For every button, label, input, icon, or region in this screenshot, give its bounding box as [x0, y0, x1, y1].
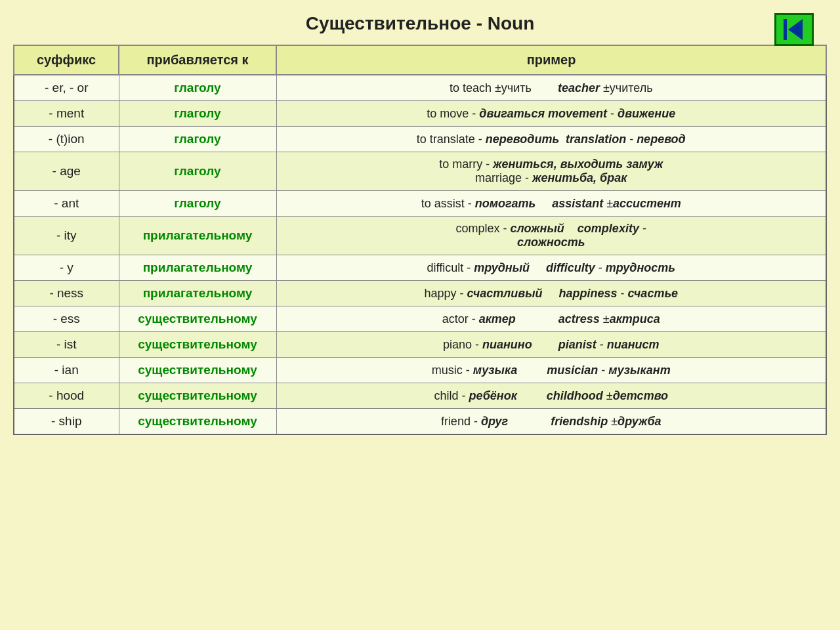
cell-suffix: - er, - or [14, 75, 119, 101]
cell-example: to move - двигаться movement - движение [276, 101, 826, 127]
cell-example: actor - актер actress ±актриса [276, 306, 826, 332]
cell-suffix: - ity [14, 217, 119, 255]
cell-suffix: - ness [14, 281, 119, 306]
cell-added-to: существительному [119, 306, 276, 332]
cell-suffix: - ess [14, 306, 119, 332]
table-header: суффикс прибавляется к пример [14, 45, 826, 75]
col-header-example: пример [276, 45, 826, 75]
header-row: суффикс прибавляется к пример [14, 45, 826, 75]
cell-suffix: - ian [14, 358, 119, 383]
cell-added-to: глаголу [119, 127, 276, 152]
table-body: - er, - orглаголуto teach ±учить teacher… [14, 75, 826, 434]
cell-added-to: существительному [119, 409, 276, 435]
cell-added-to: прилагательному [119, 255, 276, 281]
cell-example: difficult - трудный difficulty - труднос… [276, 255, 826, 281]
cell-example: complex - сложный complexity -сложность [276, 217, 826, 255]
cell-example: friend - друг friendship ±дружба [276, 409, 826, 435]
table-row: - ityприлагательномуcomplex - сложный co… [14, 217, 826, 255]
cell-added-to: глаголу [119, 75, 276, 101]
cell-added-to: глаголу [119, 191, 276, 217]
table-row: - er, - orглаголуto teach ±учить teacher… [14, 75, 826, 101]
table-row: - yприлагательномуdifficult - трудный di… [14, 255, 826, 281]
nav-arrow-icon [788, 19, 803, 40]
cell-example: piano - пианино pianist - пианист [276, 332, 826, 358]
cell-example: child - ребёнок childhood ±детство [276, 383, 826, 409]
page-title: Существительное - Noun [306, 13, 535, 34]
cell-added-to: существительному [119, 358, 276, 383]
cell-suffix: - y [14, 255, 119, 281]
table-row: - ianсуществительномуmusic - музыка musi… [14, 358, 826, 383]
cell-added-to: прилагательному [119, 281, 276, 306]
nav-bar-icon [784, 19, 787, 40]
col-header-suffix: суффикс [14, 45, 119, 75]
cell-example: music - музыка musician - музыкант [276, 358, 826, 383]
cell-added-to: существительному [119, 383, 276, 409]
cell-added-to: глаголу [119, 152, 276, 191]
cell-added-to: существительному [119, 332, 276, 358]
table-row: - mentглаголуto move - двигаться movemen… [14, 101, 826, 127]
cell-suffix: - hood [14, 383, 119, 409]
table-row: - essсуществительномуactor - актер actre… [14, 306, 826, 332]
header: Существительное - Noun [13, 13, 827, 34]
cell-example: to assist - помогать assistant ±ассистен… [276, 191, 826, 217]
cell-example: to translate - переводить translation - … [276, 127, 826, 152]
cell-suffix: - ment [14, 101, 119, 127]
cell-suffix: - ship [14, 409, 119, 435]
cell-example: to teach ±учить teacher ±учитель [276, 75, 826, 101]
cell-suffix: - ist [14, 332, 119, 358]
cell-suffix: - ant [14, 191, 119, 217]
cell-suffix: - (t)ion [14, 127, 119, 152]
cell-example: to marry - жениться, выходить замужmarri… [276, 152, 826, 191]
nav-back-button[interactable] [774, 13, 814, 46]
noun-suffixes-table: суффикс прибавляется к пример - er, - or… [13, 45, 827, 435]
table-row: - ageглаголуto marry - жениться, выходит… [14, 152, 826, 191]
table-row: - (t)ionглаголуto translate - переводить… [14, 127, 826, 152]
table-row: - shipсуществительномуfriend - друг frie… [14, 409, 826, 435]
cell-suffix: - age [14, 152, 119, 191]
table-row: - istсуществительномуpiano - пианино pia… [14, 332, 826, 358]
cell-example: happy - счастливый happiness - счастье [276, 281, 826, 306]
cell-added-to: прилагательному [119, 217, 276, 255]
table-row: - hoodсуществительномуchild - ребёнок ch… [14, 383, 826, 409]
col-header-added-to: прибавляется к [119, 45, 276, 75]
cell-added-to: глаголу [119, 101, 276, 127]
table-row: - nessприлагательномуhappy - счастливый … [14, 281, 826, 306]
table-row: - antглаголуto assist - помогать assista… [14, 191, 826, 217]
